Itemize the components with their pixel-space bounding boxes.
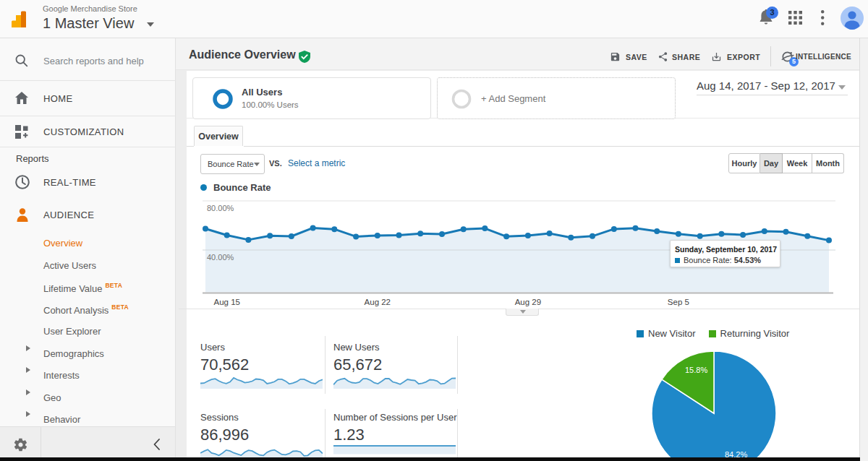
svg-text:Aug 29: Aug 29 xyxy=(515,298,541,306)
svg-text:40.00%: 40.00% xyxy=(207,253,234,262)
svg-text:Sep 5: Sep 5 xyxy=(668,298,689,306)
svg-text:Aug 15: Aug 15 xyxy=(213,298,239,306)
svg-text:15.8%: 15.8% xyxy=(685,366,707,374)
svg-text:80.00%: 80.00% xyxy=(207,204,234,212)
svg-text:Aug 22: Aug 22 xyxy=(365,298,391,306)
